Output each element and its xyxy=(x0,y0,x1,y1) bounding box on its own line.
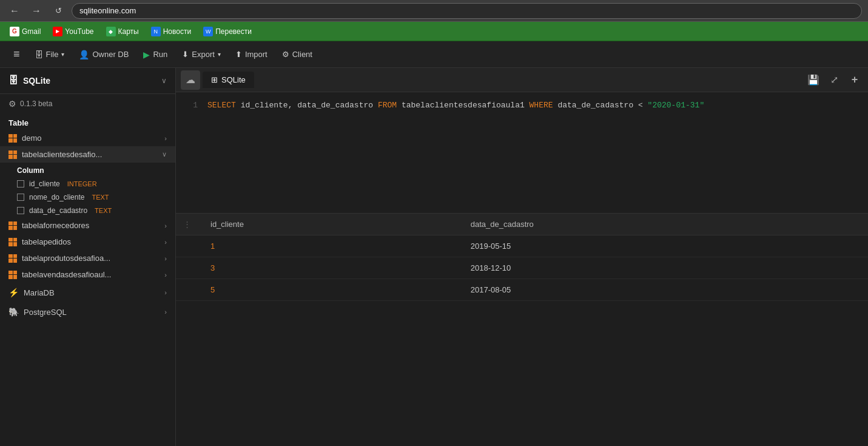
fornecedores-expand-icon: › xyxy=(164,222,167,229)
file-icon: 🗄 xyxy=(35,50,43,59)
app: ≡ 🗄 File ▾ 👤 Owner DB ▶ Run ⬇ Export ▾ ⬆… xyxy=(0,41,868,446)
vendas-name: tabelavendasdesafioaul... xyxy=(22,270,160,279)
import-button[interactable]: ⬆ Import xyxy=(229,47,274,62)
sidebar-collapse-chevron[interactable]: ∨ xyxy=(161,76,167,85)
col-type-nome: TEXT xyxy=(92,194,109,201)
bookmark-gmail[interactable]: G Gmail xyxy=(5,25,45,38)
table-icon-pedidos xyxy=(8,238,17,246)
sidebar-item-tabelafornecedores[interactable]: tabelafornecedores › xyxy=(0,217,175,234)
bookmark-translate[interactable]: W Перевести xyxy=(198,25,257,38)
postgresql-label: PostgreSQL xyxy=(24,308,160,317)
version-label: 0.1.3 beta xyxy=(20,100,52,108)
export-button[interactable]: ⬇ Export ▾ xyxy=(176,47,227,62)
bookmark-youtube-label: YouTube xyxy=(65,27,93,36)
sqlite-db-icon: 🗄 xyxy=(8,75,18,86)
import-label: Import xyxy=(245,50,267,59)
translate-icon: W xyxy=(203,27,213,36)
sidebar-item-tabelavendas[interactable]: tabelavendasdesafioaul... › xyxy=(0,266,175,283)
tabelaclientes-name: tabelaclientesdesafio... xyxy=(22,150,157,159)
bookmark-maps-label: Карты xyxy=(118,27,139,36)
editor-area: ☁ ⊞ SQLite 💾 ⤢ + xyxy=(176,68,868,446)
resize-tab-button[interactable]: ⤢ xyxy=(826,72,843,89)
vendas-expand-icon: › xyxy=(164,271,167,279)
table-row: 3 2018-12-10 xyxy=(176,257,868,279)
file-button[interactable]: 🗄 File ▾ xyxy=(29,47,71,63)
toolbar: ≡ 🗄 File ▾ 👤 Owner DB ▶ Run ⬇ Export ▾ ⬆… xyxy=(0,41,868,68)
add-icon: + xyxy=(852,73,858,86)
cloud-icon: ☁ xyxy=(186,74,195,86)
column-nome-do-cliente: nome_do_cliente TEXT xyxy=(0,191,175,204)
col-icon-nome xyxy=(17,194,24,201)
sidebar-item-tabelaclientes[interactable]: tabelaclientesdesafio... ∨ xyxy=(0,146,175,163)
sidebar-mariadb[interactable]: ⚡ MariaDB › xyxy=(0,283,175,302)
forward-button[interactable]: → xyxy=(28,2,45,19)
mariadb-arrow: › xyxy=(164,289,167,296)
fornecedores-name: tabelafornecedores xyxy=(22,221,160,230)
sidebar-item-demo[interactable]: demo › xyxy=(0,130,175,146)
table-icon-tabelaclientes xyxy=(8,150,17,159)
export-icon: ⬇ xyxy=(182,50,189,59)
column-section-label: Column xyxy=(0,163,175,177)
results-table: ⋮ id_cliente data_de_cadastro 1 2019-05-… xyxy=(176,214,868,301)
run-label: Run xyxy=(153,50,167,59)
produtos-expand-icon: › xyxy=(164,255,167,262)
tab-db-icon: ⊞ xyxy=(211,75,218,84)
col-icon-id xyxy=(17,180,24,188)
sidebar-item-tabelaprodutos[interactable]: tabelaprodutosdesafioа... › xyxy=(0,250,175,266)
owner-db-label: Owner DB xyxy=(92,50,129,59)
grip-icon: ⋮ xyxy=(183,220,191,229)
sidebar-item-tabelapedidos[interactable]: tabelapedidos › xyxy=(0,234,175,250)
row-id-value: 5 xyxy=(201,279,461,301)
bookmark-youtube[interactable]: ▶ YouTube xyxy=(48,25,98,38)
results-tbody: 1 2019-05-15 3 2018-12-10 5 2017-08-05 xyxy=(176,235,868,301)
demo-table-name: demo xyxy=(22,133,160,143)
gmail-icon: G xyxy=(10,27,19,36)
pedidos-name: tabelapedidos xyxy=(22,237,160,246)
sidebar-title: 🗄 SQLite xyxy=(8,75,50,86)
cloud-save-button[interactable]: ☁ xyxy=(181,70,200,90)
results-area: ⋮ id_cliente data_de_cadastro 1 2019-05-… xyxy=(176,214,868,446)
import-icon: ⬆ xyxy=(235,50,242,59)
hamburger-button[interactable]: ≡ xyxy=(7,45,26,64)
news-icon: N xyxy=(151,27,161,36)
bookmark-gmail-label: Gmail xyxy=(22,27,41,36)
row-date-value: 2017-08-05 xyxy=(461,279,868,301)
bookmarks-bar: G Gmail ▶ YouTube ◆ Карты N Новости W Пе… xyxy=(0,22,868,41)
table-icon-vendas xyxy=(8,271,17,279)
save-tab-button[interactable]: 💾 xyxy=(805,72,822,89)
address-bar[interactable]: sqliteonline.com xyxy=(72,3,862,19)
sql-table: tabelaclientesdesafioaula1 xyxy=(402,101,530,110)
tab-sqlite-label: SQLite xyxy=(221,75,246,84)
client-button[interactable]: ⚙ Client xyxy=(276,47,318,62)
browser-bar: ← → ↺ sqliteonline.com xyxy=(0,0,868,22)
column-id-cliente: id_cliente INTEGER xyxy=(0,177,175,191)
sidebar: 🗄 SQLite ∨ ⚙ 0.1.3 beta Table demo › xyxy=(0,68,176,446)
postgresql-arrow: › xyxy=(164,308,167,316)
row-id-value: 1 xyxy=(201,235,461,257)
reload-button[interactable]: ↺ xyxy=(50,2,67,19)
add-tab-button[interactable]: + xyxy=(846,72,863,89)
keyword-where: WHERE xyxy=(530,101,553,110)
bookmark-translate-label: Перевести xyxy=(215,27,252,36)
owner-db-button[interactable]: 👤 Owner DB xyxy=(73,47,135,63)
sql-condition: data_de_cadastro < xyxy=(557,101,647,110)
export-dropdown-icon: ▾ xyxy=(218,51,221,58)
resize-icon: ⤢ xyxy=(830,74,838,86)
back-button[interactable]: ← xyxy=(6,2,23,19)
bookmark-news[interactable]: N Новости xyxy=(146,25,196,38)
results-thead: ⋮ id_cliente data_de_cadastro xyxy=(176,214,868,235)
bookmark-maps[interactable]: ◆ Карты xyxy=(101,25,144,38)
sidebar-postgresql[interactable]: 🐘 PostgreSQL › xyxy=(0,302,175,322)
sql-string-val: "2020-01-31" xyxy=(648,101,705,110)
main-content: 🗄 SQLite ∨ ⚙ 0.1.3 beta Table demo › xyxy=(0,68,868,446)
col-name-data: data_de_cadastro xyxy=(29,206,87,215)
beta-icon: ⚙ xyxy=(8,99,16,109)
col-icon-data xyxy=(17,207,24,214)
row-id-value: 3 xyxy=(201,257,461,279)
sql-editor[interactable]: 1 SELECT id_cliente, data_de_cadastro FR… xyxy=(176,92,868,214)
tab-sqlite[interactable]: ⊞ SQLite xyxy=(203,72,254,88)
run-button[interactable]: ▶ Run xyxy=(137,47,173,63)
keyword-from: FROM xyxy=(378,101,397,110)
col-header-grip: ⋮ xyxy=(176,214,201,235)
sql-columns: id_cliente, data_de_cadastro xyxy=(241,101,378,110)
